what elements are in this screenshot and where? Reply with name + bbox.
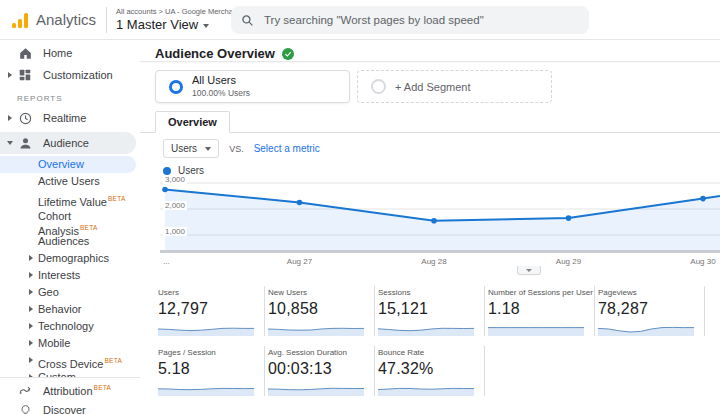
data-quality-check-icon <box>282 48 294 60</box>
sparkline-chart <box>378 381 474 396</box>
sidebar-item-home[interactable]: Customization Home <box>0 42 140 64</box>
sidebar-item-overview[interactable]: Overview <box>0 156 136 173</box>
scorecard-value: 15,121 <box>378 300 484 318</box>
sidebar-item-cross-device[interactable]: Cross DeviceBETA <box>0 352 140 369</box>
y-tick-label: 3,000 <box>163 175 187 184</box>
x-tick-label: Aug 28 <box>414 257 454 266</box>
logo-text: Analytics <box>36 11 96 28</box>
scorecard-sessions: Sessions 15,121 <box>375 286 485 336</box>
main-content: Audience Overview All Users 100.00% User… <box>140 40 720 414</box>
analytics-logo-icon <box>12 12 28 28</box>
segment-all-users[interactable]: All Users 100.00% Users <box>155 70 350 103</box>
search-input[interactable] <box>264 14 579 26</box>
analytics-logo[interactable]: Analytics <box>12 11 96 28</box>
sidebar-item-customization[interactable]: Customization <box>0 64 140 86</box>
sparkline-chart <box>268 321 364 336</box>
sidebar-item-active-users[interactable]: Active Users <box>0 173 140 190</box>
scorecard-sessions-per-user: Number of Sessions per User 1.18 <box>485 286 595 336</box>
search-bar[interactable] <box>231 6 589 34</box>
beta-badge: BETA <box>80 224 98 231</box>
account-breadcrumb: All accounts > UA - Google Merchandi... … <box>116 8 249 32</box>
sidebar-item-audience[interactable]: Audience <box>0 132 136 154</box>
top-header: Analytics All accounts > UA - Google Mer… <box>0 0 720 40</box>
scorecard-label[interactable]: Pageviews <box>598 288 704 297</box>
vs-label: VS. <box>229 144 244 154</box>
scorecard-value: 12,797 <box>158 300 264 318</box>
sparkline-chart <box>378 321 474 336</box>
select-metric-link[interactable]: Select a metric <box>254 143 320 154</box>
title-divider <box>140 61 720 62</box>
expand-arrow-icon <box>26 255 36 261</box>
scorecard-label[interactable]: Users <box>158 288 264 297</box>
attribution-icon <box>17 382 33 398</box>
add-segment-label: + Add Segment <box>395 81 471 93</box>
scorecard-value: 5.18 <box>158 360 264 378</box>
expand-arrow-icon <box>26 340 36 346</box>
expand-arrow-icon <box>26 306 36 312</box>
segment-detail: 100.00% Users <box>192 89 250 98</box>
sidebar-item-label: Realtime <box>43 112 86 124</box>
chart-collapse-button[interactable] <box>517 266 541 275</box>
scorecard-value: 1.18 <box>488 300 594 318</box>
scorecards-row-2: Pages / Session 5.18 Avg. Session Durati… <box>155 346 485 396</box>
page-title: Audience Overview <box>155 46 275 61</box>
legend-dot-icon <box>163 167 171 175</box>
scorecard-new-users: New Users 10,858 <box>265 286 375 336</box>
x-tick-label: Aug 27 <box>280 257 320 266</box>
sidebar-item-label: Customization <box>43 69 113 81</box>
sidebar-item-discover[interactable]: Discover <box>0 400 140 414</box>
collapse-arrow-icon <box>4 141 16 145</box>
scorecard-pageviews: Pageviews 78,287 <box>595 286 705 336</box>
users-line-chart[interactable]: 3,0002,0001,000 ...Aug 27Aug 28Aug 29Aug… <box>160 176 720 276</box>
scorecard-label[interactable]: Avg. Session Duration <box>268 348 374 357</box>
scorecard-label[interactable]: Pages / Session <box>158 348 264 357</box>
sidebar-item-label: Home <box>43 47 72 59</box>
chevron-down-icon <box>526 269 532 272</box>
chevron-down-icon <box>203 24 209 28</box>
person-icon <box>17 135 33 151</box>
segment-circle-icon <box>371 79 386 94</box>
sidebar-item-behavior[interactable]: Behavior <box>0 301 140 318</box>
scorecard-label[interactable]: Bounce Rate <box>378 348 484 357</box>
scorecard-label[interactable]: Number of Sessions per User <box>488 288 594 297</box>
scorecard-label[interactable]: Sessions <box>378 288 484 297</box>
expand-arrow-icon <box>4 115 16 121</box>
sidebar-item-mobile[interactable]: Mobile <box>0 335 140 352</box>
expand-arrow-icon <box>26 272 36 278</box>
x-tick-label: Aug 30 <box>683 257 720 266</box>
sidebar-item-technology[interactable]: Technology <box>0 318 140 335</box>
tab-overview[interactable]: Overview <box>155 111 230 133</box>
sidebar-item-lifetime-value[interactable]: Lifetime ValueBETA <box>0 190 140 207</box>
scorecard-bounce-rate: Bounce Rate 47.32% <box>375 346 485 396</box>
sidebar-item-label: Discover <box>43 404 86 414</box>
reports-section-label: REPORTS <box>0 86 140 107</box>
expand-arrow-icon <box>26 357 36 363</box>
add-segment-button[interactable]: + Add Segment <box>357 70 552 103</box>
customization-icon <box>17 67 33 83</box>
sidebar-item-interests[interactable]: Interests <box>0 267 140 284</box>
sparkline-chart <box>598 321 694 336</box>
expand-arrow-icon <box>4 72 16 78</box>
sidebar-bottom-section: AttributionBETA Discover <box>0 377 140 414</box>
sidebar-item-label: Audience <box>43 137 89 149</box>
metric-dropdown[interactable]: Users <box>163 139 219 158</box>
beta-badge: BETA <box>108 195 126 202</box>
sidebar-item-cohort-analysis[interactable]: Cohort AnalysisBETA <box>0 207 140 233</box>
scorecard-value: 10,858 <box>268 300 374 318</box>
scorecard-pages-per-session: Pages / Session 5.18 <box>155 346 265 396</box>
sparkline-chart <box>488 321 584 336</box>
home-icon <box>17 45 33 61</box>
sidebar-item-realtime[interactable]: Realtime <box>0 107 140 129</box>
sidebar-item-geo[interactable]: Geo <box>0 284 140 301</box>
sparkline-chart <box>158 381 254 396</box>
scorecard-avg-session-duration: Avg. Session Duration 00:03:13 <box>265 346 375 396</box>
lightbulb-icon <box>17 402 33 414</box>
expand-arrow-icon <box>26 323 36 329</box>
sidebar-item-attribution[interactable]: AttributionBETA <box>0 380 140 400</box>
sidebar-item-demographics[interactable]: Demographics <box>0 250 140 267</box>
y-tick-label: 2,000 <box>163 201 187 210</box>
segment-circle-icon <box>169 80 183 94</box>
scorecard-label[interactable]: New Users <box>268 288 374 297</box>
line-chart-canvas[interactable] <box>160 176 720 256</box>
view-selector[interactable]: 1 Master View <box>116 18 249 31</box>
